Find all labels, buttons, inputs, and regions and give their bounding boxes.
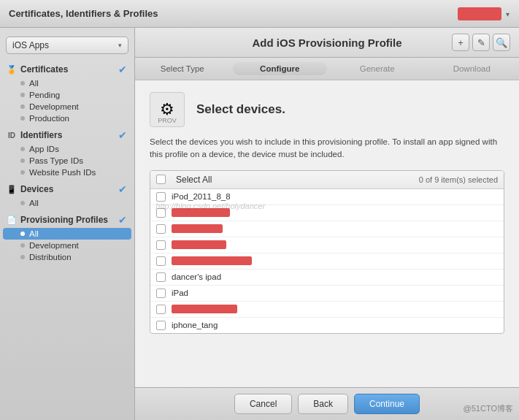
app-title: Certificates, Identifiers & Profiles xyxy=(9,8,510,19)
devices-check: ✔ xyxy=(117,183,128,195)
select-all-checkbox[interactable] xyxy=(156,175,166,184)
device-list: Select All 0 of 9 item(s) selected iPod_… xyxy=(150,170,504,334)
prov-icon: ⚙ PROV xyxy=(150,92,185,127)
sidebar-item-profiles-distribution[interactable]: Distribution xyxy=(0,251,134,263)
profiles-check: ✔ xyxy=(117,214,128,226)
steps-bar: Select Type Configure Generate Download xyxy=(135,58,519,80)
sidebar-item-cert-production[interactable]: Production xyxy=(0,112,134,124)
sidebar: iOS Apps ▾ 🏅 Certificates ✔ All Pending xyxy=(0,28,135,420)
device-checkbox[interactable] xyxy=(156,240,166,250)
select-all-label: Select All xyxy=(176,175,419,185)
profiles-icon: 📄 xyxy=(6,214,18,226)
search-button[interactable]: 🔍 xyxy=(493,34,510,51)
prov-icon-label: PROV xyxy=(150,117,184,124)
sidebar-item-cert-development[interactable]: Development xyxy=(0,101,134,112)
certificates-icon: 🏅 xyxy=(6,64,18,75)
device-name: iPod_2011_8_8 xyxy=(172,192,231,201)
content-header: Add iOS Provisioning Profile + ✎ 🔍 xyxy=(135,28,519,58)
section-title: Select devices. xyxy=(196,102,285,117)
device-checkbox[interactable] xyxy=(156,321,166,330)
dot xyxy=(20,93,25,97)
title-bar: Certificates, Identifiers & Profiles ▾ xyxy=(0,0,519,28)
step-label: Select Type xyxy=(161,64,204,73)
device-checkbox[interactable] xyxy=(156,272,166,282)
dot xyxy=(20,116,25,121)
device-count: 0 of 9 item(s) selected xyxy=(419,175,498,184)
title-bar-red-button[interactable] xyxy=(458,7,501,20)
certificates-label: Certificates xyxy=(20,64,117,75)
sidebar-item-profiles-development[interactable]: Development xyxy=(0,240,134,251)
label: Development xyxy=(29,241,79,250)
certificates-section: 🏅 Certificates ✔ All Pending Development xyxy=(0,61,134,124)
step-download[interactable]: Download xyxy=(425,62,520,75)
ios-apps-dropdown[interactable]: iOS Apps ▾ xyxy=(6,37,128,54)
step-configure[interactable]: Configure xyxy=(233,62,328,75)
devices-section: 📱 Devices ✔ All xyxy=(0,181,134,209)
label: All xyxy=(29,229,39,238)
cancel-button[interactable]: Cancel xyxy=(234,394,292,414)
section-header: ⚙ PROV Select devices. xyxy=(150,92,504,127)
sidebar-item-cert-all[interactable]: All xyxy=(0,77,134,89)
sidebar-item-pass-type-ids[interactable]: Pass Type IDs xyxy=(0,155,134,167)
corner-attribution: @51CTO博客 xyxy=(464,403,513,414)
label: Distribution xyxy=(29,253,72,261)
step-generate[interactable]: Generate xyxy=(330,62,425,75)
dot xyxy=(20,201,25,205)
device-checkbox[interactable] xyxy=(156,224,166,234)
device-checkbox[interactable] xyxy=(156,192,166,202)
device-row xyxy=(150,221,504,237)
step-label: Download xyxy=(453,64,491,73)
sidebar-item-profiles-all[interactable]: All xyxy=(3,228,131,240)
back-button[interactable]: Back xyxy=(298,394,348,414)
content-area: Add iOS Provisioning Profile + ✎ 🔍 Selec… xyxy=(135,28,519,420)
identifiers-section: ID Identifiers ✔ App IDs Pass Type IDs W… xyxy=(0,127,134,178)
device-name-redacted xyxy=(172,224,223,233)
device-name-redacted xyxy=(172,240,226,249)
step-label: Configure xyxy=(260,64,299,73)
device-row: iPod_2011_8_8 xyxy=(150,189,504,205)
edit-button[interactable]: ✎ xyxy=(472,34,490,51)
device-checkbox[interactable] xyxy=(156,289,166,298)
profiles-header[interactable]: 📄 Provisioning Profiles ✔ xyxy=(0,212,134,228)
label: Website Push IDs xyxy=(29,168,96,177)
label: Development xyxy=(29,102,79,111)
certificates-header[interactable]: 🏅 Certificates ✔ xyxy=(0,61,134,77)
content-title: Add iOS Provisioning Profile xyxy=(202,37,452,49)
dot xyxy=(20,232,25,236)
dot xyxy=(20,170,25,175)
sidebar-item-devices-all[interactable]: All xyxy=(0,197,134,209)
step-select-type[interactable]: Select Type xyxy=(135,62,230,75)
device-row xyxy=(150,205,504,221)
device-checkbox[interactable] xyxy=(156,208,166,218)
bottom-bar: Cancel Back Continue xyxy=(135,387,519,420)
sidebar-item-app-ids[interactable]: App IDs xyxy=(0,143,134,155)
dot xyxy=(20,104,25,109)
device-name: dancer's ipad xyxy=(172,272,221,281)
device-checkbox[interactable] xyxy=(156,305,166,314)
identifiers-label: Identifiers xyxy=(20,130,117,140)
device-name-redacted xyxy=(172,305,237,313)
add-button[interactable]: + xyxy=(452,34,469,51)
device-row xyxy=(150,302,504,318)
label: Pass Type IDs xyxy=(29,156,83,165)
devices-header[interactable]: 📱 Devices ✔ xyxy=(0,181,134,197)
dot xyxy=(20,147,25,151)
device-row: iPad xyxy=(150,286,504,302)
sidebar-item-website-push-ids[interactable]: Website Push IDs xyxy=(0,167,134,178)
dot xyxy=(20,81,25,85)
header-actions: + ✎ 🔍 xyxy=(452,34,510,51)
label: App IDs xyxy=(29,145,59,153)
identifiers-icon: ID xyxy=(6,129,18,141)
dropdown-arrow: ▾ xyxy=(118,42,122,49)
device-name: iPad xyxy=(172,289,188,297)
identifiers-header[interactable]: ID Identifiers ✔ xyxy=(0,127,134,143)
device-checkbox[interactable] xyxy=(156,256,166,266)
device-row xyxy=(150,237,504,253)
title-bar-dropdown[interactable]: ▾ xyxy=(503,7,512,20)
sidebar-item-cert-pending[interactable]: Pending xyxy=(0,89,134,101)
dot xyxy=(20,243,25,248)
label: Pending xyxy=(29,91,60,99)
continue-button[interactable]: Continue xyxy=(354,394,420,414)
content-body: ⚙ PROV Select devices. Select the device… xyxy=(135,80,519,387)
dot xyxy=(20,255,25,259)
